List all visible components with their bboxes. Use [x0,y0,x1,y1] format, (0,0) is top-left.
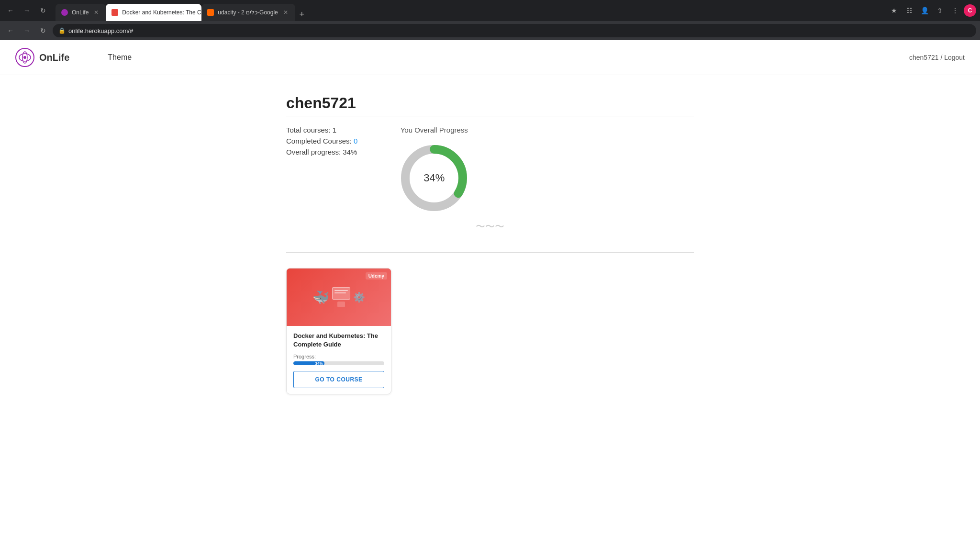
progress-pct-inside: 34% [315,361,323,365]
progress-label: Progress: [293,354,384,359]
tab-label-udacity: udacity - 2 כלים-Google [218,9,278,16]
donut-center-text: 34% [423,172,445,184]
update-icon[interactable]: ⇧ [933,4,947,17]
extension-icon[interactable]: ☷ [902,4,916,17]
thumb-illustration: 🐳 ⚙️ [312,287,365,307]
tab-favicon-onlife [61,9,68,16]
tab-onlife[interactable]: OnLife ✕ [56,4,106,21]
profile-avatar[interactable]: C [964,4,976,17]
browser-action-icons: ★ ☷ 👤 ⇧ ⋮ C [887,4,976,17]
logo-icon [15,48,34,67]
chart-title: You Overall Progress [401,126,468,134]
app-header: OnLife Theme chen5721 / Logout [0,40,980,75]
address-bar-row: ← → ↻ 🔒 onlife.herokuapp.com/# [0,21,980,40]
progress-bar-fill: 34% [293,361,324,365]
completed-courses-value: 0 [354,137,357,145]
course-title: Docker and Kubernetes: The Complete Guid… [293,332,384,349]
browser-chrome: ← → ↻ OnLife ✕ Docker and Kubernetes: Th… [0,0,980,21]
bookmark-icon[interactable]: ★ [887,4,901,17]
nav-theme[interactable]: Theme [108,53,132,62]
logo-text: OnLife [39,52,69,63]
udemy-badge: Udemy [366,272,387,280]
main-content: chen5721 Total courses: 1 Completed Cour… [275,75,705,414]
progress-bar-bg: 34% [293,361,384,365]
donut-chart: 34% [396,140,472,216]
course-thumbnail: Udemy 🐳 ⚙️ [287,268,391,326]
course-card: Udemy 🐳 ⚙️ Docker [286,268,391,394]
header-user: chen5721 / Logout [909,54,965,61]
course-body: Docker and Kubernetes: The Complete Guid… [287,326,391,394]
nav-back[interactable]: ← [4,24,17,37]
completed-courses-stat: Completed Courses: 0 [286,137,357,145]
stats-block: Total courses: 1 Completed Courses: 0 Ov… [286,126,357,156]
browser-controls: ← → ↻ [4,4,50,17]
user-logout-link[interactable]: chen5721 / Logout [909,54,965,61]
go-to-course-button[interactable]: GO TO COURSE [293,371,384,388]
username-heading: chen5721 [286,94,694,116]
tab-close-udacity[interactable]: ✕ [282,9,290,16]
stats-and-chart: Total courses: 1 Completed Courses: 0 Ov… [286,126,694,216]
overall-progress-stat: Overall progress: 34% [286,148,357,156]
address-input[interactable]: 🔒 onlife.herokuapp.com/# [53,24,976,37]
tab-favicon-udacity [207,9,214,16]
nav-forward[interactable]: → [20,24,33,37]
forward-button[interactable]: → [20,4,33,17]
course-thumb-inner: Udemy 🐳 ⚙️ [287,268,391,326]
completed-courses-label: Completed Courses: [286,137,352,145]
menu-icon[interactable]: ⋮ [948,4,962,17]
chart-section: You Overall Progress 34% [396,126,472,216]
total-courses-stat: Total courses: 1 [286,126,357,134]
tab-docker[interactable]: Docker and Kubernetes: The Cor... ✕ [106,4,201,21]
address-text: onlife.herokuapp.com/# [68,27,133,34]
tab-favicon-docker [111,9,118,16]
nav-reload[interactable]: ↻ [36,24,50,37]
svg-point-3 [23,56,26,59]
back-button[interactable]: ← [4,4,17,17]
courses-grid: Udemy 🐳 ⚙️ Docker [286,268,694,394]
tab-label-docker: Docker and Kubernetes: The Cor... [122,9,201,16]
wave-icon: 〜〜〜 [286,220,694,233]
tab-udacity[interactable]: udacity - 2 כלים-Google ✕ [201,4,295,21]
account-icon[interactable]: 👤 [918,4,931,17]
new-tab-button[interactable]: + [295,8,309,21]
tabs-bar: OnLife ✕ Docker and Kubernetes: The Cor.… [56,0,881,21]
logo-area[interactable]: OnLife [15,48,69,67]
user-section: chen5721 Total courses: 1 Completed Cour… [286,94,694,253]
tab-close-onlife[interactable]: ✕ [92,9,100,16]
tab-label-onlife: OnLife [72,9,89,16]
reload-button[interactable]: ↻ [36,4,50,17]
